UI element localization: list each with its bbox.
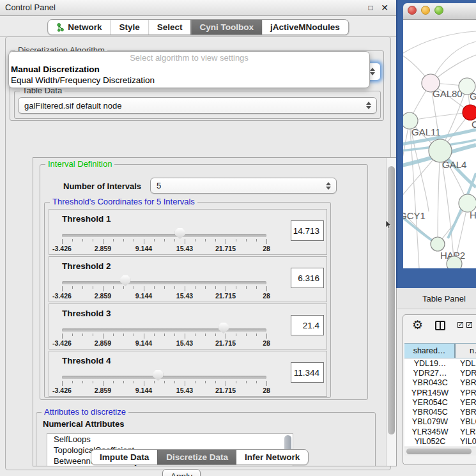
tick-mark xyxy=(205,381,206,383)
bottom-tab-infer-network[interactable]: Infer Network xyxy=(236,450,308,464)
table-row[interactable]: YER054CYER0… xyxy=(404,397,476,407)
tick-mark xyxy=(123,381,124,383)
tick-mark xyxy=(226,239,226,244)
table-row[interactable]: YBR043CYBR0… xyxy=(404,378,476,388)
minimize-traffic-light-icon[interactable] xyxy=(421,6,430,15)
float-window-icon[interactable]: □ xyxy=(365,3,376,13)
tab-network[interactable]: Network xyxy=(48,20,110,35)
table-row[interactable]: YDL19…YDL1… xyxy=(404,358,476,368)
cell-name: YDR2… xyxy=(456,368,476,378)
cell-name: YLR3… xyxy=(456,427,476,436)
table-row[interactable]: YIL052CYIL0… xyxy=(404,436,476,446)
threshold-slider-track[interactable] xyxy=(62,234,266,237)
tick-mark xyxy=(82,334,83,336)
threshold-label: Threshold 2 xyxy=(62,261,111,271)
tick-label: 9.144 xyxy=(135,339,152,347)
tick-mark xyxy=(113,239,114,242)
table-hscrollbar-thumb[interactable] xyxy=(406,449,472,454)
threshold-value-field[interactable]: 21.4 xyxy=(291,315,324,335)
tick-mark xyxy=(164,334,165,336)
algorithm-option-manual[interactable]: Manual Discretization xyxy=(11,65,100,74)
threshold-slider-track[interactable] xyxy=(62,281,266,284)
tick-label: 9.144 xyxy=(135,387,152,394)
tick-label: 2.859 xyxy=(95,292,111,300)
threshold-slider-thumb[interactable] xyxy=(175,228,185,239)
tick-mark xyxy=(215,239,216,242)
cell-shared-name: YLR345W xyxy=(404,427,456,436)
threshold-slider-thumb[interactable] xyxy=(153,370,163,381)
tick-mark xyxy=(185,286,185,291)
thresholds-group-title: Threshold's Coordinates for 5 Intervals xyxy=(50,197,197,206)
numerical-attributes-label: Numerical Attributes xyxy=(43,419,124,429)
tick-mark xyxy=(154,381,155,383)
table-row[interactable]: YPR145WYPR1… xyxy=(404,388,476,397)
tab-cyni-toolbox[interactable]: Cyni Toolbox xyxy=(191,20,263,35)
cell-name: YER0… xyxy=(456,397,476,407)
apply-button[interactable]: Apply xyxy=(162,469,201,476)
threshold-slider-track[interactable] xyxy=(62,376,266,379)
column-header-name[interactable]: n… xyxy=(456,344,476,358)
tick-mark xyxy=(205,286,206,289)
thresholds-group: Threshold's Coordinates for 5 Intervals … xyxy=(44,202,331,398)
cell-shared-name: YBR043C xyxy=(404,378,456,388)
threshold-slider-track[interactable] xyxy=(62,328,266,332)
table-row[interactable]: YBR045CYBR0… xyxy=(404,407,476,417)
threshold-slider-thumb[interactable] xyxy=(120,275,130,286)
close-icon[interactable]: ✕ xyxy=(380,3,390,13)
table-data-combobox[interactable]: galFiltered.sif default node xyxy=(18,97,377,114)
threshold-value-field[interactable]: 14.713 xyxy=(291,220,324,241)
viewport-scrollbar-track[interactable] xyxy=(386,158,396,466)
number-of-intervals-combobox[interactable]: 5 xyxy=(150,178,337,194)
table-row[interactable]: YBL079WYBL0… xyxy=(404,417,476,427)
close-traffic-light-icon[interactable] xyxy=(408,6,417,15)
tick-mark xyxy=(256,334,257,336)
table-body: YDL19…YDL1…YDR27…YDR2…YBR043CYBR0…YPR145… xyxy=(404,358,476,447)
table-data-group: Table Data galFiltered.sif default node xyxy=(14,91,381,119)
table-hscrollbar-track[interactable] xyxy=(404,447,476,456)
gear-icon[interactable]: ⚙ xyxy=(412,318,423,332)
node-label: GCY1 xyxy=(403,210,426,221)
table-row[interactable]: YDR27…YDR2… xyxy=(404,368,476,378)
checkbox-icon[interactable]: ✓ xyxy=(457,322,463,328)
bottom-tab-impute-data[interactable]: Impute Data xyxy=(91,450,157,464)
column-header-shared[interactable]: shared… xyxy=(404,344,456,358)
cell-shared-name: YDR27… xyxy=(404,368,456,378)
split-columns-icon[interactable] xyxy=(435,321,445,330)
viewport-scrollbar-thumb[interactable] xyxy=(388,166,395,434)
tick-mark xyxy=(103,334,104,339)
tick-label: 2.859 xyxy=(95,339,111,347)
threshold-value-field[interactable]: 11.344 xyxy=(291,362,324,383)
network-node[interactable] xyxy=(431,237,445,251)
attribute-list-item[interactable]: SelfLoops xyxy=(47,434,293,445)
tab-label: Cyni Toolbox xyxy=(200,22,254,32)
network-node[interactable] xyxy=(463,105,476,120)
node-label: H xyxy=(470,210,476,220)
tick-mark xyxy=(195,381,196,383)
tick-mark xyxy=(82,381,83,383)
tick-mark xyxy=(226,381,226,386)
bottom-tab-discretize-data[interactable]: Discretize Data xyxy=(157,450,236,464)
tick-mark xyxy=(123,334,124,336)
network-canvas[interactable]: GAL80GCGAL11GAL4HGCY1HAP2 xyxy=(403,20,476,268)
zoom-traffic-light-icon[interactable] xyxy=(434,6,443,15)
node-label: GAL80 xyxy=(433,88,463,99)
tick-mark xyxy=(82,286,83,289)
threshold-slider-thumb[interactable] xyxy=(219,323,229,334)
tick-mark xyxy=(154,239,155,242)
cell-shared-name: YPR145W xyxy=(404,388,456,397)
tab-select[interactable]: Select xyxy=(148,20,191,35)
checkbox-icon[interactable]: ✓ xyxy=(466,322,472,328)
threshold-value-field[interactable]: 6.316 xyxy=(291,268,324,288)
tick-mark xyxy=(82,239,83,242)
tab-style[interactable]: Style xyxy=(110,20,148,35)
tick-mark xyxy=(185,239,185,244)
tick-mark xyxy=(236,334,236,336)
tick-mark xyxy=(144,381,144,386)
bottom-tab-label: Impute Data xyxy=(100,452,149,462)
tick-mark xyxy=(164,286,165,289)
tick-mark xyxy=(134,334,134,336)
algorithm-option-equal-width[interactable]: Equal Width/Frequency Discretization xyxy=(11,75,155,85)
tab-jactivemnodules[interactable]: jActiveMNodules xyxy=(262,20,348,35)
network-node[interactable] xyxy=(447,256,462,268)
table-row[interactable]: YLR345WYLR3… xyxy=(404,427,476,436)
